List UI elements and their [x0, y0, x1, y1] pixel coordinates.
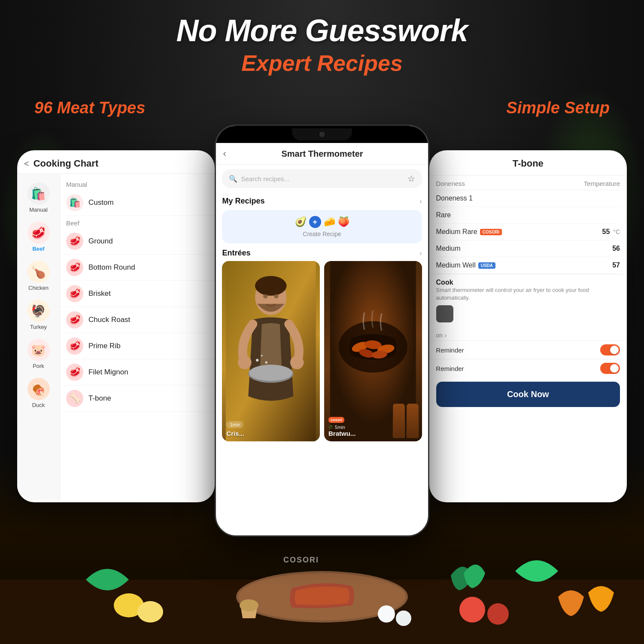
recipe-cards: 1min Cris...: [222, 261, 422, 441]
section-labels: 96 Meat Types Simple Setup: [0, 99, 644, 117]
recipes-arrow[interactable]: ›: [419, 197, 422, 205]
bottom-round-icon: 🥩: [66, 259, 83, 276]
list-item[interactable]: 🦴 T-bone: [60, 386, 215, 412]
doneness-row-medium-rare[interactable]: Medium Rare COSORI 55 °C: [436, 224, 620, 240]
doneness-col-label: Doneness: [436, 180, 465, 187]
temp-56: 56: [612, 245, 620, 252]
left-phone-title: Cooking Chart: [33, 158, 99, 169]
left-phone-back-button[interactable]: <: [24, 159, 29, 169]
svg-point-8: [249, 365, 293, 381]
card-overlay-info-right: cosori ⏱ 5min Bratwu...: [328, 417, 355, 437]
entrees-arrow[interactable]: ›: [419, 249, 422, 257]
chef-recipe-card[interactable]: 1min Cris...: [222, 261, 320, 441]
favorites-icon[interactable]: ☆: [407, 173, 415, 184]
doneness-row-rare[interactable]: Rare: [436, 207, 620, 224]
search-input[interactable]: Search recipes...: [241, 175, 289, 182]
medium-rare-temp: 55 °C: [602, 228, 620, 236]
chicken-icon: 🍗: [27, 261, 50, 283]
food-icon-2: 🧀: [324, 216, 335, 228]
right-phone-title: T-bone: [513, 158, 544, 169]
filet-mignon-name: Filet Mignon: [88, 368, 128, 377]
sidebar-item-turkey[interactable]: 🦃 Turkey: [17, 295, 60, 334]
list-item[interactable]: 🥩 Ground: [60, 228, 215, 255]
svg-point-6: [290, 356, 304, 370]
food-recipe-card[interactable]: cosori ⏱ 5min Bratwu...: [324, 261, 422, 441]
list-item[interactable]: 🥩 Filet Mignon: [60, 359, 215, 386]
pork-icon: 🐷: [27, 339, 50, 361]
chuck-roast-icon: 🥩: [66, 311, 83, 328]
list-item[interactable]: 🛍️ Custom: [60, 190, 215, 216]
tbone-icon: 🦴: [66, 390, 83, 407]
brisket-name: Brisket: [88, 289, 111, 298]
beer-bottles: [389, 400, 422, 441]
doneness-row-1[interactable]: Doneness 1: [436, 190, 620, 207]
reminder-toggle-2[interactable]: [600, 363, 620, 374]
my-recipes-section: My Recipes › 🥑 + 🧀 🍑 Create Recipe: [216, 192, 428, 243]
entrees-section: Entrées ›: [216, 249, 428, 441]
svg-point-10: [261, 355, 263, 356]
recipes-header: My Recipes ›: [222, 197, 422, 206]
doneness-medium-rare: Medium Rare: [436, 228, 477, 236]
list-item[interactable]: 🥩 Prime Rib: [60, 333, 215, 359]
manual-label: Manual: [29, 207, 48, 213]
reminder-row-2: Reminder: [429, 359, 627, 377]
doneness-rare: Rare: [436, 211, 451, 219]
svg-point-5: [238, 356, 252, 370]
reminder-toggle-1[interactable]: [600, 344, 620, 355]
create-recipe-box[interactable]: 🥑 + 🧀 🍑 Create Recipe: [222, 210, 422, 243]
cosori-watermark: COSORI: [283, 556, 319, 565]
sidebar-item-chicken[interactable]: 🍗 Chicken: [17, 256, 60, 295]
sidebar-item-manual[interactable]: 🛍️ Manual: [17, 178, 60, 217]
recipe-name-right: Bratwu...: [328, 430, 355, 437]
main-subtitle: Expert Recipes: [0, 50, 644, 76]
create-plus-button[interactable]: +: [309, 216, 321, 228]
chef-image-area: [222, 261, 320, 441]
reminder-row-1: Reminder: [429, 340, 627, 359]
bottom-round-name: Bottom Round: [88, 263, 135, 272]
notch: [292, 128, 352, 140]
recipe-time: 1min: [226, 421, 243, 428]
doneness-medium-well: Medium Well: [436, 261, 476, 269]
toggle-knob-2: [610, 364, 619, 373]
doneness-table-header: Doneness Temperature: [436, 176, 620, 190]
create-icons-row: 🥑 + 🧀 🍑: [295, 216, 349, 228]
doneness-name-1: Doneness 1: [436, 194, 473, 202]
doneness-medium: Medium: [436, 245, 461, 252]
center-phone-header: ‹ Smart Thermometer •: [216, 143, 428, 165]
medium-rare-group: Medium Rare COSORI: [436, 228, 502, 236]
sidebar-item-pork[interactable]: 🐷 Pork: [17, 334, 60, 374]
custom-icon: 🛍️: [66, 194, 83, 211]
cook-now-button[interactable]: Cook Now: [436, 382, 620, 407]
search-icon: 🔍: [229, 175, 237, 183]
meat-list: Manual 🛍️ Custom Beef 🥩 Ground 🥩 Bottom …: [60, 174, 215, 500]
time-icon: ⏱: [328, 425, 333, 430]
medium-well-group: Medium Well USDA: [436, 261, 496, 269]
list-item[interactable]: 🥩 Chuck Roast: [60, 307, 215, 333]
page-header: No More Guesswork Expert Recipes: [0, 13, 644, 76]
sidebar-item-beef[interactable]: 🥩 Beef: [17, 217, 60, 256]
center-back-button[interactable]: ‹: [223, 148, 226, 159]
cook-section: Cook Smart thermometer will control your…: [429, 274, 627, 330]
recipes-title: My Recipes: [222, 197, 264, 206]
svg-point-24: [459, 597, 485, 623]
reminder-label-2: Reminder: [436, 365, 464, 372]
left-phone-header: < Cooking Chart: [17, 150, 215, 174]
svg-point-2: [255, 276, 287, 296]
search-bar[interactable]: 🔍 Search recipes... ☆: [222, 169, 422, 188]
list-item[interactable]: 🥩 Brisket: [60, 281, 215, 307]
prime-rib-icon: 🥩: [66, 337, 83, 355]
doneness-row-medium-well[interactable]: Medium Well USDA 57: [436, 257, 620, 274]
manual-icon: 🛍️: [27, 182, 50, 205]
sidebar-item-duck[interactable]: 🍖 Duck: [17, 374, 60, 413]
turkey-icon: 🦃: [27, 300, 50, 322]
doneness-row-medium[interactable]: Medium 56: [436, 240, 620, 257]
recipe-name-left: Cris...: [226, 430, 316, 437]
brisket-icon: 🥩: [66, 285, 83, 302]
center-phone: ‹ Smart Thermometer • 🔍 Search recipes..…: [215, 125, 429, 537]
entrees-title: Entrées: [222, 249, 250, 258]
beer-bottle-2: [407, 404, 419, 438]
list-item[interactable]: 🥩 Bottom Round: [60, 255, 215, 281]
svg-point-25: [487, 603, 509, 625]
center-phone-title: Smart Thermometer: [226, 149, 418, 159]
tbone-name: T-bone: [88, 394, 111, 403]
